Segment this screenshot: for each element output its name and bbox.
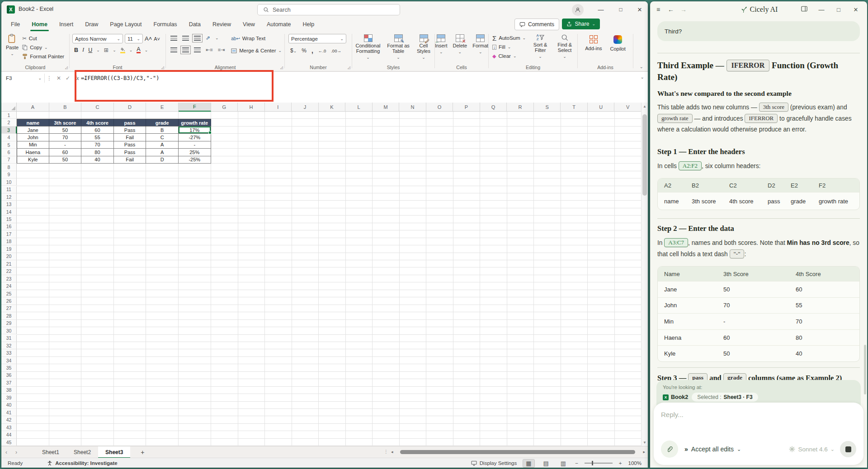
percent-style-button[interactable]: % — [302, 47, 307, 54]
ribbon-tab-help[interactable]: Help — [297, 18, 320, 31]
assistant-close-button[interactable]: ✕ — [847, 6, 864, 13]
font-size-select[interactable]: 11⌄ — [125, 34, 143, 43]
account-button[interactable] — [572, 4, 584, 16]
column-header-G[interactable]: G — [211, 103, 238, 112]
ribbon-tab-data[interactable]: Data — [183, 18, 207, 31]
ribbon-tab-page-layout[interactable]: Page Layout — [104, 18, 147, 31]
zoom-slider-thumb[interactable] — [592, 461, 593, 465]
comma-style-button[interactable]: , — [311, 47, 313, 54]
column-header-M[interactable]: M — [373, 103, 400, 112]
font-color-button[interactable]: A — [137, 47, 140, 53]
accessibility-status[interactable]: Accessibility: Investigate — [47, 460, 117, 466]
cell-B3[interactable]: 50 — [49, 127, 82, 134]
row-header-20[interactable]: 20 — [1, 253, 17, 260]
collapse-ribbon-button[interactable]: ⌄ — [640, 64, 643, 69]
select-all-corner[interactable] — [1, 103, 17, 112]
orientation-button[interactable]: ⇗ — [206, 35, 210, 41]
normal-view-button[interactable]: ▦ — [523, 460, 534, 467]
column-header-Q[interactable]: Q — [480, 103, 507, 112]
header-cell[interactable]: 4th score — [81, 119, 114, 126]
name-box[interactable]: F3⌄ — [3, 74, 45, 83]
column-header-F[interactable]: F — [179, 103, 211, 112]
zoom-slider[interactable] — [585, 463, 613, 464]
column-header-K[interactable]: K — [319, 103, 346, 112]
confirm-formula-button[interactable]: ✓ — [66, 75, 70, 81]
row-header-11[interactable]: 11 — [1, 186, 17, 193]
autosum-button[interactable]: ΣAutoSum⌄ — [492, 34, 526, 42]
row-header-41[interactable]: 41 — [1, 409, 17, 416]
row-header-3[interactable]: 3 — [1, 127, 17, 134]
row-header-31[interactable]: 31 — [1, 335, 17, 342]
horizontal-scrollbar[interactable] — [397, 450, 640, 455]
cell-styles-button[interactable]: 🖉 Cell Styles⌄ — [415, 34, 433, 63]
spreadsheet-grid[interactable]: ABCDEFGHIJKLMNOPQRSTUV 12345678910111213… — [1, 102, 648, 446]
row-header-15[interactable]: 15 — [1, 216, 17, 223]
align-middle-button[interactable] — [182, 36, 189, 41]
grow-font-button[interactable]: A˄ — [145, 35, 152, 42]
column-header-A[interactable]: A — [17, 103, 49, 112]
copy-button[interactable]: Copy⌄ — [22, 43, 64, 52]
wrap-text-button[interactable]: ab↩Wrap Text — [231, 34, 282, 42]
cell-C3[interactable]: 60 — [81, 127, 114, 134]
vertical-scrollbar-thumb[interactable] — [642, 114, 647, 196]
increase-indent-button[interactable]: ≡⇥ — [218, 47, 225, 53]
header-cell[interactable]: 3th score — [49, 119, 82, 126]
row-header-26[interactable]: 26 — [1, 297, 17, 305]
stop-button[interactable] — [840, 441, 856, 457]
ribbon-tab-formulas[interactable]: Formulas — [148, 18, 183, 31]
row-header-19[interactable]: 19 — [1, 245, 17, 253]
row-header-1[interactable]: 1 — [1, 112, 17, 119]
column-header-S[interactable]: S — [534, 103, 561, 112]
cell-C7[interactable]: 40 — [81, 156, 114, 164]
clear-button[interactable]: ◆Clear⌄ — [492, 52, 526, 60]
cell-D6[interactable]: Pass — [114, 149, 146, 156]
formula-options-icon[interactable]: ⋮ — [47, 75, 52, 81]
panel-toggle-icon[interactable] — [796, 6, 813, 13]
cell-A4[interactable]: John — [17, 134, 49, 141]
column-header-L[interactable]: L — [345, 103, 373, 112]
cell-B6[interactable]: 60 — [49, 149, 82, 156]
row-header-28[interactable]: 28 — [1, 312, 17, 319]
decrease-indent-button[interactable]: ⇤≡ — [206, 47, 213, 53]
next-sheet-button[interactable]: › — [11, 449, 21, 455]
conditional-formatting-button[interactable]: Conditional Formatting⌄ — [354, 34, 382, 63]
row-header-29[interactable]: 29 — [1, 320, 17, 327]
alignment-dialog-launcher[interactable]: ◿ — [280, 66, 283, 70]
row-header-22[interactable]: 22 — [1, 267, 17, 275]
row-header-5[interactable]: 5 — [1, 141, 17, 149]
cell-A3[interactable]: Jane — [17, 127, 49, 134]
align-center-button[interactable] — [182, 47, 189, 52]
reply-input[interactable]: Reply... — [661, 411, 856, 418]
row-header-40[interactable]: 40 — [1, 402, 17, 409]
number-format-select[interactable]: Percentage⌄ — [288, 34, 346, 43]
cell-B4[interactable]: 70 — [49, 134, 82, 141]
column-header-J[interactable]: J — [292, 103, 319, 112]
ribbon-tab-insert[interactable]: Insert — [53, 18, 79, 31]
assistant-scrollbar-thumb[interactable] — [864, 345, 866, 394]
cell-C5[interactable]: 70 — [81, 141, 114, 149]
cell-F3[interactable]: 17% — [179, 127, 211, 134]
align-bottom-button[interactable] — [194, 36, 201, 41]
forward-icon[interactable]: → — [677, 6, 690, 13]
cut-button[interactable]: ✂Cut — [22, 34, 64, 42]
borders-button[interactable]: ⊞ — [104, 47, 108, 53]
column-header-O[interactable]: O — [426, 103, 453, 112]
row-header-9[interactable]: 9 — [1, 171, 17, 178]
row-header-6[interactable]: 6 — [1, 149, 17, 156]
accept-all-edits-button[interactable]: » Accept all edits ⌄ — [684, 446, 741, 453]
vertical-scrollbar[interactable]: ▲ ▼ — [641, 103, 648, 446]
scrollbar-drag-handle[interactable]: ⋮ — [384, 449, 389, 454]
scroll-right-arrow[interactable]: ▸ — [643, 450, 645, 454]
row-header-17[interactable]: 17 — [1, 230, 17, 238]
row-header-45[interactable]: 45 — [1, 439, 17, 446]
clipboard-dialog-launcher[interactable]: ◿ — [65, 66, 68, 70]
model-selector[interactable]: Sonnet 4.6 ⌄ — [789, 446, 835, 453]
increase-decimal-button[interactable]: ←.0 — [318, 48, 326, 53]
fill-color-button[interactable] — [120, 47, 125, 53]
new-sheet-button[interactable]: + — [137, 449, 148, 456]
delete-cells-button[interactable]: ✕ Delete⌄ — [453, 34, 467, 63]
row-header-37[interactable]: 37 — [1, 379, 17, 386]
column-header-T[interactable]: T — [561, 103, 588, 112]
row-header-16[interactable]: 16 — [1, 223, 17, 230]
row-header-39[interactable]: 39 — [1, 394, 17, 401]
